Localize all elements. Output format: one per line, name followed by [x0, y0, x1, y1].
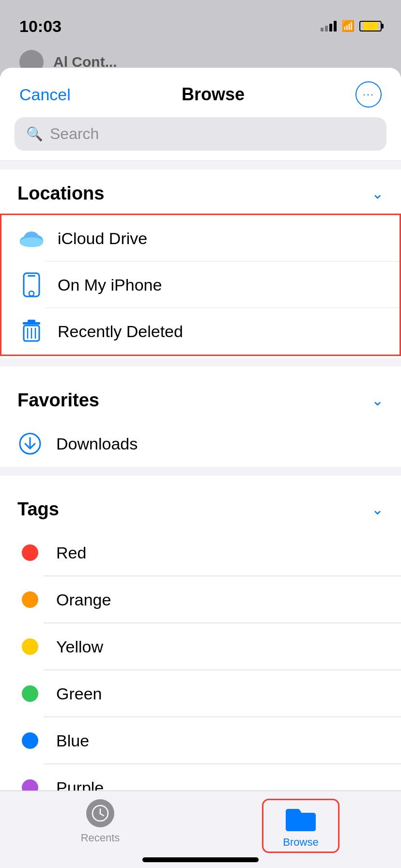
tab-bar: Recents Browse: [0, 790, 401, 868]
location-item-icloud-drive[interactable]: iCloud Drive: [1, 215, 400, 262]
tag-item-yellow[interactable]: Yellow: [0, 623, 401, 670]
downloads-icon: [17, 431, 43, 456]
tag-red-label: Red: [56, 543, 86, 562]
more-options-button[interactable]: ···: [355, 81, 382, 108]
favorites-chevron-icon[interactable]: ⌄: [371, 392, 384, 409]
more-dots-icon: ···: [363, 88, 374, 101]
tag-green-label: Green: [56, 684, 102, 703]
clock-icon: [86, 799, 114, 827]
tag-orange-icon: [17, 587, 43, 612]
svg-line-18: [100, 814, 104, 816]
recently-deleted-icon: [19, 319, 44, 344]
location-item-recently-deleted[interactable]: Recently Deleted: [1, 308, 400, 355]
home-indicator: [142, 857, 259, 862]
icloud-drive-label: iCloud Drive: [58, 229, 147, 248]
wifi-icon: 📶: [341, 20, 355, 32]
svg-point-7: [29, 291, 34, 296]
recents-icon-wrapper: [83, 799, 117, 828]
tag-item-blue[interactable]: Blue: [0, 717, 401, 764]
search-placeholder: Search: [50, 125, 99, 143]
favorites-list: Downloads: [0, 420, 401, 467]
browse-tab-label: Browse: [283, 836, 318, 849]
favorites-section: Favorites ⌄ Downloads: [0, 376, 401, 467]
recents-tab-label: Recents: [81, 832, 120, 844]
favorite-item-downloads[interactable]: Downloads: [0, 420, 401, 467]
svg-rect-5: [24, 273, 39, 296]
tag-item-green[interactable]: Green: [0, 670, 401, 717]
status-time: 10:03: [19, 17, 62, 36]
icloud-drive-icon: [19, 226, 44, 251]
tag-green-icon: [17, 681, 43, 706]
modal-title: Browse: [182, 84, 245, 105]
tag-yellow-label: Yellow: [56, 637, 103, 656]
tag-blue-label: Blue: [56, 731, 89, 750]
status-icons: 📶 ⚡: [321, 20, 382, 32]
tab-recents[interactable]: Recents: [62, 799, 139, 844]
tab-browse[interactable]: Browse: [262, 799, 339, 853]
gap-1: [0, 161, 401, 170]
search-bar[interactable]: 🔍 Search: [15, 117, 386, 151]
browse-icon-wrapper: [284, 803, 318, 832]
locations-header: Locations ⌄: [0, 170, 401, 214]
battery-icon: ⚡: [359, 21, 382, 31]
svg-rect-6: [28, 275, 35, 277]
tags-chevron-icon[interactable]: ⌄: [371, 501, 384, 518]
tags-title: Tags: [17, 499, 59, 520]
browse-modal: Cancel Browse ··· 🔍 Search Locations ⌄: [0, 68, 401, 868]
locations-section: Locations ⌄ iCloud: [0, 170, 401, 356]
tag-red-icon: [17, 540, 43, 565]
tag-blue-icon: [17, 728, 43, 753]
modal-header: Cancel Browse ···: [0, 68, 401, 117]
search-icon: 🔍: [26, 126, 43, 142]
bolt-icon: ⚡: [366, 22, 374, 30]
on-my-iphone-icon: [19, 272, 44, 297]
tag-item-orange[interactable]: Orange: [0, 576, 401, 623]
location-item-on-my-iphone[interactable]: On My iPhone: [1, 262, 400, 308]
locations-chevron-icon[interactable]: ⌄: [371, 185, 384, 202]
favorites-title: Favorites: [17, 390, 99, 411]
signal-icon: [321, 21, 337, 31]
cancel-button[interactable]: Cancel: [19, 85, 71, 104]
gap-3: [0, 467, 401, 476]
downloads-label: Downloads: [56, 434, 138, 453]
tag-yellow-icon: [17, 634, 43, 659]
recently-deleted-label: Recently Deleted: [58, 322, 183, 341]
on-my-iphone-label: On My iPhone: [58, 276, 162, 294]
svg-rect-9: [28, 320, 35, 323]
locations-list: iCloud Drive On My iPhone: [0, 214, 401, 356]
status-bar: 10:03 📶 ⚡: [0, 0, 401, 43]
tag-orange-label: Orange: [56, 590, 111, 609]
locations-title: Locations: [17, 183, 104, 204]
favorites-header: Favorites ⌄: [0, 376, 401, 420]
tags-header: Tags ⌄: [0, 485, 401, 529]
tag-item-red[interactable]: Red: [0, 529, 401, 576]
svg-point-4: [20, 237, 43, 247]
gap-2: [0, 358, 401, 367]
